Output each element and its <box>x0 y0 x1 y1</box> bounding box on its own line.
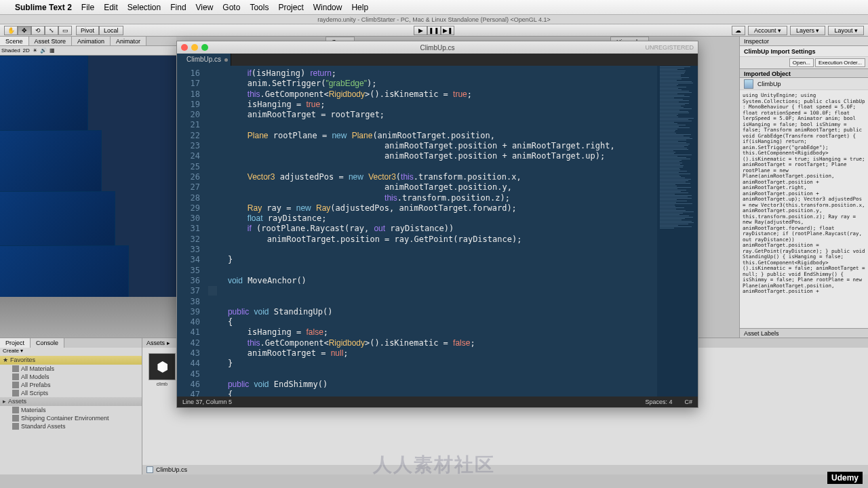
step-button[interactable]: ▶❚ <box>441 26 454 35</box>
tab-animator[interactable]: Animator <box>111 37 146 45</box>
macos-menubar: Sublime Text 2 File Edit Selection Find … <box>0 0 868 15</box>
audio-icon[interactable]: 🔊 <box>40 46 47 55</box>
menu-edit[interactable]: Edit <box>104 3 118 12</box>
menu-tools[interactable]: Tools <box>250 3 269 12</box>
hand-tool[interactable]: ✋ <box>4 26 18 35</box>
pivot-toggle[interactable]: Pivot <box>76 26 99 35</box>
tree-shipping[interactable]: Shipping Container Environment <box>0 414 142 422</box>
selected-asset: ClimbUp.cs <box>156 465 187 474</box>
sublime-statusbar: Line 37, Column 5 Spaces: 4 C# <box>177 396 698 407</box>
lighting-icon[interactable]: ☀ <box>33 46 37 55</box>
tab-inspector[interactable]: Inspector <box>744 37 769 45</box>
imported-object-header: Imported Object <box>740 68 868 78</box>
menu-view[interactable]: View <box>196 3 214 12</box>
csharp-icon <box>146 466 153 473</box>
favorites-header[interactable]: ★ Favorites <box>0 356 142 365</box>
rect-tool[interactable]: ▭ <box>58 26 72 35</box>
inspector-code-preview: using UnityEngine; using System.Collecti… <box>740 90 868 328</box>
line-gutter: 16 17 18 19 20 21 22 23 24 25 26 27 28 2… <box>177 66 205 396</box>
fav-all-models[interactable]: All Models <box>0 373 142 381</box>
mode-2d[interactable]: 2D <box>23 46 30 55</box>
menu-window[interactable]: Window <box>313 3 342 12</box>
minimize-icon[interactable] <box>191 44 198 51</box>
account-dropdown[interactable]: Account ▾ <box>748 26 787 35</box>
cursor-position: Line 37, Column 5 <box>182 399 232 405</box>
create-menu[interactable]: Create ▾ <box>0 348 142 356</box>
tab-project[interactable]: Project <box>0 338 31 348</box>
tree-materials[interactable]: Materials <box>0 406 142 414</box>
menu-help[interactable]: Help <box>351 3 368 12</box>
unregistered-label: UNREGISTERED <box>645 44 694 51</box>
asset-labels-header: Asset Labels <box>740 328 868 338</box>
pause-button[interactable]: ❚❚ <box>427 26 441 35</box>
play-button[interactable]: ▶ <box>414 26 427 35</box>
fav-all-prefabs[interactable]: All Prefabs <box>0 381 142 389</box>
app-name[interactable]: Sublime Text 2 <box>15 3 72 12</box>
unity-window-title: raydemo.unity - ClimbStarter - PC, Mac &… <box>0 15 868 24</box>
move-tool[interactable]: ✥ <box>18 26 31 35</box>
local-toggle[interactable]: Local <box>99 26 123 35</box>
close-icon[interactable] <box>181 44 188 51</box>
language-mode[interactable]: C# <box>684 399 692 405</box>
fx-icon[interactable]: ▦ <box>50 46 55 55</box>
minimap[interactable] <box>657 66 698 396</box>
watermark: 人人素材社区 <box>373 452 495 478</box>
code-editor[interactable]: if(isHanging) return; anim.SetTrigger("g… <box>205 66 657 396</box>
inspector-title: ClimbUp Import Settings <box>740 46 868 57</box>
tree-standard[interactable]: Standard Assets <box>0 422 142 430</box>
fav-all-materials[interactable]: All Materials <box>0 365 142 373</box>
menu-goto[interactable]: Goto <box>222 3 240 12</box>
layers-dropdown[interactable]: Layers ▾ <box>790 26 826 35</box>
menu-find[interactable]: Find <box>170 3 186 12</box>
fav-all-scripts[interactable]: All Scripts <box>0 389 142 397</box>
menu-project[interactable]: Project <box>278 3 303 12</box>
udemy-logo: Udemy <box>827 472 863 484</box>
layout-dropdown[interactable]: Layout ▾ <box>828 26 864 35</box>
scale-tool[interactable]: ⤡ <box>45 26 58 35</box>
indent-setting[interactable]: Spaces: 4 <box>645 399 672 405</box>
script-name: ClimbUp <box>757 81 781 87</box>
unity-toolbar: ✋ ✥ ⟲ ⤡ ▭ Pivot Local ▶ ❚❚ ▶❚ ☁ Account … <box>0 24 868 37</box>
sublime-window: ClimbUp.cs UNREGISTERED ClimbUp.cs 16 17… <box>176 41 698 408</box>
csharp-icon <box>744 79 753 89</box>
scene-view[interactable] <box>0 56 176 338</box>
sublime-title: ClimbUp.cs <box>420 44 454 52</box>
tab-console[interactable]: Console <box>31 338 64 348</box>
open-button[interactable]: Open... <box>789 58 814 67</box>
rotate-tool[interactable]: ⟲ <box>31 26 45 35</box>
menu-file[interactable]: File <box>81 3 94 12</box>
cloud-icon[interactable]: ☁ <box>732 26 745 35</box>
sublime-titlebar[interactable]: ClimbUp.cs UNREGISTERED <box>177 41 698 54</box>
menu-selection[interactable]: Selection <box>127 3 161 12</box>
tab-asset-store[interactable]: Asset Store <box>29 37 73 45</box>
zoom-icon[interactable] <box>201 44 208 51</box>
asset-climb[interactable]: ⬢climb <box>148 353 176 386</box>
exec-order-button[interactable]: Execution Order... <box>815 58 865 67</box>
modified-dot-icon <box>224 58 228 62</box>
editor-tab-climbup[interactable]: ClimbUp.cs <box>177 54 231 66</box>
shaded-dropdown[interactable]: Shaded <box>1 46 20 55</box>
tab-animation[interactable]: Animation <box>72 37 111 45</box>
assets-tree-header[interactable]: ▸ Assets <box>0 397 142 406</box>
tab-scene[interactable]: Scene <box>0 37 29 45</box>
